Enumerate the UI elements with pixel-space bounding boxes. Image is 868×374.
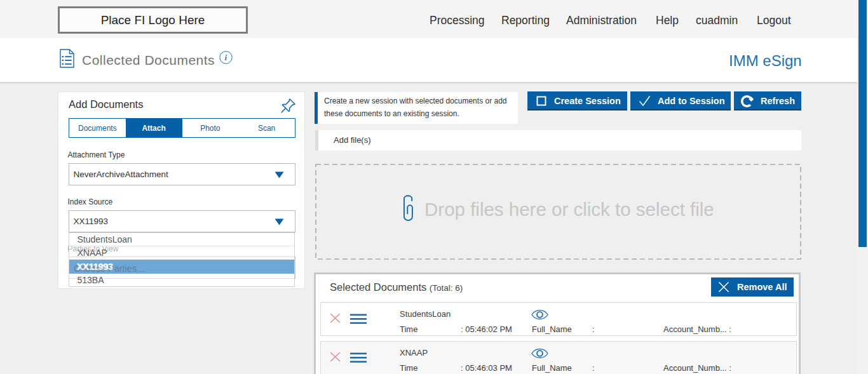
svg-text:i: i [225, 53, 227, 62]
